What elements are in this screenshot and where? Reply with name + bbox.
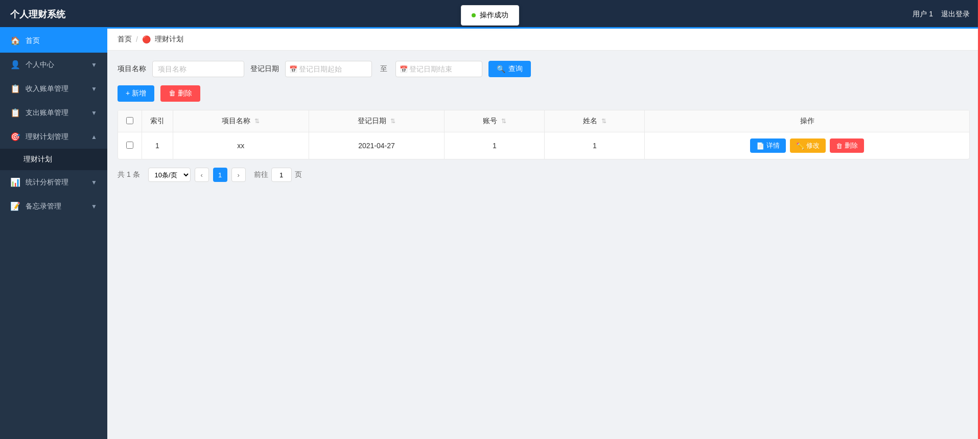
sidebar-label-profile: 个人中心 [26,60,54,70]
row-realname: 1 [545,132,645,159]
sidebar-label-stats: 统计分析管理 [26,178,68,187]
date-end-wrap: 📅 [395,61,482,77]
row-delete-button[interactable]: 🗑 删除 [830,138,864,153]
th-index: 索引 [142,110,173,132]
sidebar-label-finance-plan: 理财计划 [24,155,52,163]
expense-icon: 📋 [10,108,20,118]
finance-icon: 🎯 [10,132,20,142]
row-checkbox-cell [118,132,142,159]
profile-icon: 👤 [10,60,20,70]
chevron-down-icon: ▼ [91,203,97,210]
sort-icon: ⇅ [390,118,395,125]
add-button[interactable]: + 新增 [118,85,154,102]
header-username: 用户 1 [913,10,933,19]
delete-icon: 🗑 [836,142,843,150]
detail-button[interactable]: 📄 详情 [750,138,786,153]
breadcrumb-current: 理财计划 [155,35,183,44]
sidebar-item-finance-plan[interactable]: 理财计划 [0,149,107,170]
edit-button[interactable]: ✏️ 修改 [790,138,826,153]
action-bar: + 新增 🗑 删除 [118,85,970,102]
edit-icon: ✏️ [796,142,804,150]
search-name-label: 项目名称 [118,64,146,74]
sidebar-item-notes[interactable]: 📝 备忘录管理 ▼ [0,194,107,218]
search-button[interactable]: 🔍 查询 [488,61,531,77]
date-start-wrap: 📅 [285,61,372,77]
sort-icon: ⇅ [501,118,506,125]
row-checkbox[interactable] [126,142,133,149]
logout-button[interactable]: 退出登录 [941,10,970,19]
date-end-input[interactable] [395,61,482,77]
header-right: 用户 1 退出登录 [913,10,970,19]
main-layout: 🏠 首页 👤 个人中心 ▼ 📋 收入账单管理 ▼ 📋 支出账单管理 ▼ [0,29,980,439]
row-actions: 📄 详情 ✏️ 修改 🗑 删除 [645,132,969,159]
th-account[interactable]: 账号 ⇅ [445,110,545,132]
page-content: 项目名称 登记日期 📅 至 📅 🔍 查询 + 新 [107,51,980,192]
toast-notification: 操作成功 [461,5,519,26]
detail-icon: 📄 [756,142,764,150]
date-start-input[interactable] [285,61,372,77]
sidebar-label-finance: 理财计划管理 [26,132,68,142]
right-accent-bar [978,0,980,439]
notes-icon: 📝 [10,201,20,211]
th-realname[interactable]: 姓名 ⇅ [545,110,645,132]
sidebar-label-income: 收入账单管理 [26,84,68,94]
th-name[interactable]: 项目名称 ⇅ [173,110,309,132]
sidebar-finance-submenu: 理财计划 [0,149,107,170]
sidebar-label-home: 首页 [26,36,40,45]
th-operation: 操作 [645,110,969,132]
sidebar-item-income[interactable]: 📋 收入账单管理 ▼ [0,77,107,101]
search-icon: 🔍 [497,65,505,73]
table-row: 1 xx 2021-04-27 1 1 📄 详情 ✏️ 修改 🗑 [118,132,969,159]
sidebar-item-home[interactable]: 🏠 首页 [0,29,107,53]
main-content: 首页 / 🔴 理财计划 项目名称 登记日期 📅 至 📅 [107,29,980,439]
chevron-down-icon: ▼ [91,61,97,68]
toast-message: 操作成功 [480,11,508,20]
breadcrumb-separator: / [136,35,138,43]
sidebar-item-expense[interactable]: 📋 支出账单管理 ▼ [0,101,107,125]
sidebar-item-finance[interactable]: 🎯 理财计划管理 ▲ [0,125,107,149]
edit-label: 修改 [806,141,820,150]
sidebar-item-stats[interactable]: 📊 统计分析管理 ▼ [0,170,107,194]
sidebar: 🏠 首页 👤 个人中心 ▼ 📋 收入账单管理 ▼ 📋 支出账单管理 ▼ [0,29,107,439]
income-icon: 📋 [10,84,20,94]
th-checkbox [118,110,142,132]
goto-prefix: 前往 [254,170,268,179]
pagination: 共 1 条 10条/页20条/页50条/页 ‹ 1 › 前往 页 [118,168,970,182]
sort-icon: ⇅ [601,118,606,125]
row-name: xx [173,132,309,159]
home-icon: 🏠 [10,36,20,45]
th-index-label: 索引 [150,117,165,125]
page-goto: 前往 页 [254,168,302,182]
chevron-down-icon: ▼ [91,85,97,93]
goto-suffix: 页 [295,170,302,179]
th-name-label: 项目名称 [222,117,250,125]
table-body: 1 xx 2021-04-27 1 1 📄 详情 ✏️ 修改 🗑 [118,132,969,159]
th-operation-label: 操作 [800,117,814,125]
detail-label: 详情 [766,141,780,150]
next-page-button[interactable]: › [231,168,246,182]
search-button-label: 查询 [508,64,523,74]
page-size-select[interactable]: 10条/页20条/页50条/页 [148,168,191,182]
th-date-label: 登记日期 [358,117,386,125]
sidebar-item-profile[interactable]: 👤 个人中心 ▼ [0,53,107,77]
header-accent-line [0,27,980,29]
sort-icon: ⇅ [254,118,260,125]
prev-page-button[interactable]: ‹ [195,168,209,182]
breadcrumb-home[interactable]: 首页 [118,35,132,44]
stats-icon: 📊 [10,177,20,187]
search-name-input[interactable] [152,61,244,77]
chevron-down-icon: ▼ [91,179,97,186]
chevron-up-icon: ▲ [91,133,97,141]
goto-page-input[interactable] [271,168,292,182]
finance-plan-table: 索引 项目名称 ⇅ 登记日期 ⇅ 账号 [118,110,969,159]
current-page-number[interactable]: 1 [213,168,227,182]
th-date[interactable]: 登记日期 ⇅ [309,110,445,132]
row-index: 1 [142,132,173,159]
batch-delete-button[interactable]: 🗑 删除 [160,85,200,102]
date-separator: 至 [380,64,387,74]
select-all-checkbox[interactable] [126,117,133,124]
chevron-down-icon: ▼ [91,109,97,117]
sidebar-label-expense: 支出账单管理 [26,108,68,118]
table-header: 索引 项目名称 ⇅ 登记日期 ⇅ 账号 [118,110,969,132]
th-account-label: 账号 [483,117,497,125]
